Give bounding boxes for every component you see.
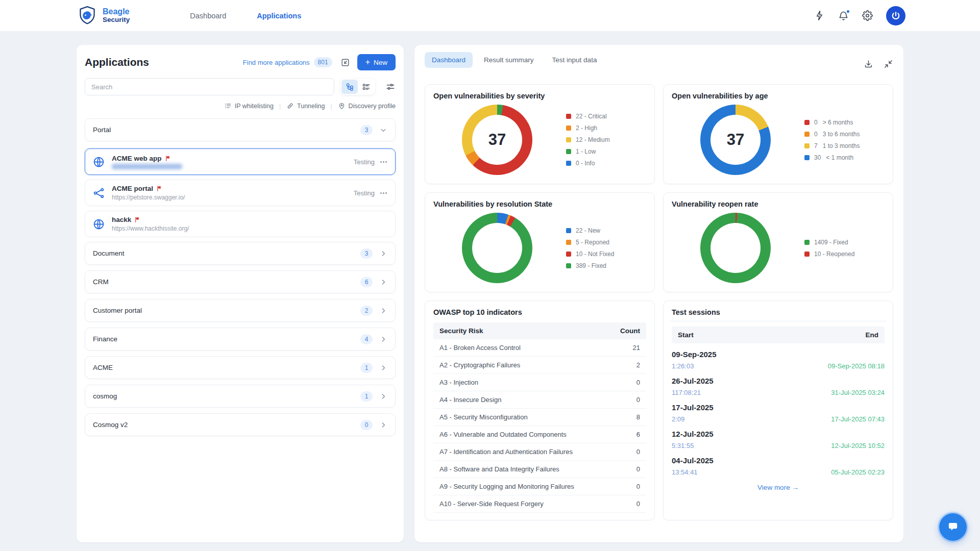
chart-body: 3722 - Critical2 - High12 - Medium1 - Lo… bbox=[433, 100, 646, 177]
tree-view-toggle[interactable] bbox=[341, 80, 358, 94]
owasp-count: 0 bbox=[636, 379, 640, 386]
app-info: ACME portalhttps://petstore.swagger.io/ bbox=[112, 185, 185, 201]
group-row-cosmog-v2[interactable]: Cosmog v20 bbox=[85, 413, 396, 436]
session-duration: 13:54:41 bbox=[672, 468, 698, 476]
group-row-customer-portal[interactable]: Customer portal2 bbox=[85, 299, 396, 322]
more-menu-icon[interactable] bbox=[379, 189, 388, 197]
separator: | bbox=[330, 103, 332, 110]
chevron-right-icon bbox=[379, 307, 387, 315]
owasp-row: A5 - Security Misconfiguration8 bbox=[433, 409, 646, 426]
app-name: ACME web app bbox=[112, 155, 162, 162]
session-date: 17-Jul-2025 bbox=[672, 403, 885, 412]
quick-link-tunneling[interactable]: Tunneling bbox=[286, 102, 325, 110]
download-icon[interactable] bbox=[864, 59, 873, 69]
notifications-button[interactable] bbox=[838, 10, 849, 21]
import-icon[interactable] bbox=[340, 58, 350, 67]
gear-icon[interactable] bbox=[862, 10, 873, 21]
chevron-right-icon bbox=[379, 421, 387, 429]
flag-icon bbox=[134, 216, 141, 223]
nav-link-dashboard[interactable]: Dashboard bbox=[190, 12, 226, 20]
group-row-crm[interactable]: CRM6 bbox=[85, 270, 396, 293]
quick-link-label: IP whitelisting bbox=[235, 103, 274, 110]
app-row-acme-portal[interactable]: ACME portalhttps://petstore.swagger.io/T… bbox=[85, 180, 396, 206]
more-menu-icon[interactable] bbox=[379, 158, 388, 166]
group-row-acme[interactable]: ACME1 bbox=[85, 356, 396, 379]
dashboard-tabs: DashboardResult summaryTest input data bbox=[425, 52, 604, 68]
app-row-acme-web-app[interactable]: ACME web appTesting bbox=[85, 148, 396, 175]
legend-item: 5 - Reponed bbox=[566, 239, 614, 246]
chart-center-value: 37 bbox=[727, 131, 744, 149]
session-times: 117:08:2131-Jul-2025 03:24 bbox=[672, 389, 885, 396]
new-application-button[interactable]: + New bbox=[357, 54, 396, 70]
plus-icon: + bbox=[365, 58, 370, 66]
owasp-risk: A8 - Software and Data Integrity Failure… bbox=[439, 465, 559, 473]
owasp-card: OWASP top 10 indicators Security Risk Co… bbox=[425, 300, 655, 520]
session-duration: 1:26:03 bbox=[672, 362, 694, 370]
nav-link-applications[interactable]: Applications bbox=[257, 12, 301, 20]
user-avatar[interactable] bbox=[886, 6, 905, 26]
legend-label: 1409 - Fixed bbox=[814, 239, 848, 246]
owasp-row: A1 - Broken Access Control21 bbox=[433, 339, 646, 357]
owasp-count: 8 bbox=[636, 413, 640, 421]
find-more-badge: 801 bbox=[314, 57, 332, 67]
main-content: Applications Find more applications 801 … bbox=[0, 32, 980, 551]
legend-swatch bbox=[566, 149, 571, 154]
chart-legend: 22 - New5 - Reponed10 - Not Fixed389 - F… bbox=[566, 227, 614, 269]
quick-link-discovery-profile[interactable]: Discovery profile bbox=[338, 102, 396, 110]
legend-swatch bbox=[566, 228, 571, 233]
flag-icon bbox=[165, 155, 172, 162]
app-name-row: ACME web app bbox=[112, 155, 182, 162]
legend-swatch bbox=[566, 161, 571, 166]
chat-widget-button[interactable] bbox=[939, 513, 967, 541]
top-navbar: Beagle Security DashboardApplications bbox=[0, 0, 980, 32]
legend-swatch bbox=[804, 143, 810, 148]
app-url-redacted bbox=[112, 164, 182, 169]
legend-label: 1 - Low bbox=[576, 148, 596, 155]
owasp-risk: A10 - Server-Side Request Forgery bbox=[439, 500, 544, 508]
legend-swatch bbox=[566, 114, 571, 119]
quick-link-ip-whitelisting[interactable]: IP whitelisting bbox=[224, 102, 274, 110]
filter-icon[interactable] bbox=[385, 82, 396, 92]
tab-result-summary[interactable]: Result summary bbox=[477, 52, 541, 68]
group-count: 1 bbox=[360, 363, 373, 373]
group-row-finance[interactable]: Finance4 bbox=[85, 328, 396, 350]
chart-legend: 1409 - Fixed10 - Reopened bbox=[804, 239, 854, 258]
chart-title: Vulnerabilities by resolution State bbox=[433, 200, 646, 208]
lightning-icon[interactable] bbox=[814, 10, 825, 21]
collapse-icon[interactable] bbox=[884, 59, 893, 69]
donut-hole bbox=[710, 223, 761, 273]
charts-grid: Open vulnerabilities by severity3722 - C… bbox=[425, 84, 893, 292]
nav-links: DashboardApplications bbox=[190, 12, 301, 20]
legend-item: 12 - Medium bbox=[566, 136, 610, 143]
legend-label: 10 - Not Fixed bbox=[576, 251, 614, 258]
app-row-hackk[interactable]: hackkhttps://www.hackthissite.org/ bbox=[85, 211, 396, 237]
app-url: https://petstore.swagger.io/ bbox=[112, 194, 185, 201]
chart-card-open-vulnerabilities-by-severity: Open vulnerabilities by severity3722 - C… bbox=[425, 84, 655, 184]
group-count: 6 bbox=[360, 277, 373, 287]
legend-swatch bbox=[804, 132, 810, 137]
group-row-document[interactable]: Document3 bbox=[85, 242, 396, 265]
group-row-portal[interactable]: Portal3 bbox=[85, 118, 396, 141]
legend-item: 0 > 6 months bbox=[804, 119, 860, 126]
brand-logo[interactable]: Beagle Security bbox=[77, 5, 130, 27]
list-view-toggle[interactable] bbox=[358, 80, 374, 94]
owasp-rows: A1 - Broken Access Control21A2 - Cryptog… bbox=[433, 339, 646, 513]
legend-item: 22 - Critical bbox=[566, 113, 610, 120]
search-input[interactable] bbox=[85, 78, 334, 95]
group-name: Document bbox=[93, 249, 125, 257]
chart-title: Open vulnerabilities by severity bbox=[433, 92, 646, 100]
find-more-applications-link[interactable]: Find more applications bbox=[243, 59, 310, 66]
group-count: 0 bbox=[360, 420, 373, 430]
group-row-cosmog[interactable]: cosmog1 bbox=[85, 385, 396, 408]
tab-test-input-data[interactable]: Test input data bbox=[545, 52, 604, 68]
session-rows: 09-Sep-20251:26:0309-Sep-2025 08:1826-Ju… bbox=[672, 350, 885, 476]
chart-card-vulnerability-reopen-rate: Vulnerability reopen rate1409 - Fixed10 … bbox=[663, 192, 893, 292]
api-icon bbox=[92, 187, 105, 199]
separator: | bbox=[279, 103, 281, 110]
session-times: 2:0917-Jul-2025 07:43 bbox=[672, 415, 885, 423]
owasp-risk: A5 - Security Misconfiguration bbox=[439, 413, 528, 421]
tab-dashboard[interactable]: Dashboard bbox=[425, 52, 473, 68]
legend-swatch bbox=[566, 240, 571, 245]
view-more-link[interactable]: View more → bbox=[672, 484, 885, 491]
legend-label: 389 - Fixed bbox=[576, 262, 606, 269]
